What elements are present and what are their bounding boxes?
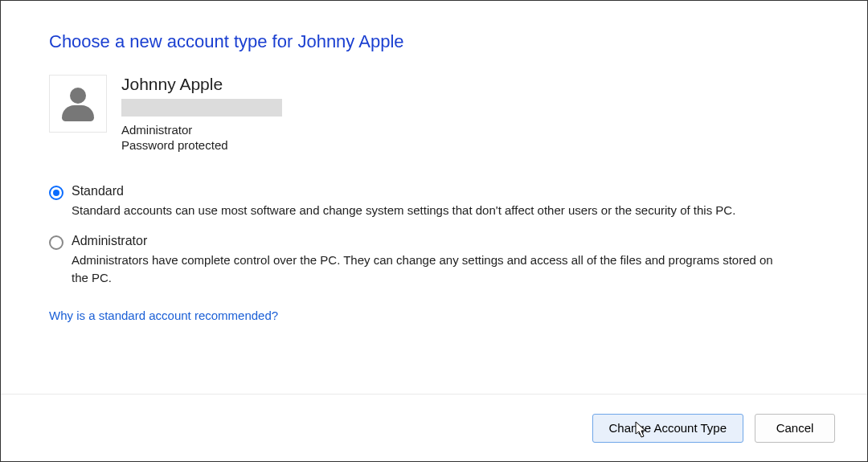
radio-administrator[interactable] [49, 235, 63, 250]
user-role: Administrator [121, 123, 282, 137]
option-standard-label: Standard [72, 184, 819, 198]
option-administrator-body: Administrator Administrators have comple… [72, 234, 819, 287]
option-administrator-label: Administrator [72, 234, 819, 248]
user-email-redacted [121, 99, 282, 117]
option-standard-desc: Standard accounts can use most software … [72, 202, 779, 219]
avatar [49, 75, 107, 133]
change-account-type-window: Choose a new account type for Johnny App… [0, 0, 868, 462]
change-account-type-button[interactable]: Change Account Type [592, 414, 744, 443]
user-info-block: Johnny Apple Administrator Password prot… [49, 75, 819, 152]
radio-standard[interactable] [49, 186, 63, 200]
cancel-button[interactable]: Cancel [755, 414, 835, 443]
option-standard[interactable]: Standard Standard accounts can use most … [49, 184, 819, 219]
dialog-footer: Change Account Type Cancel [1, 394, 867, 461]
user-password-status: Password protected [121, 138, 282, 152]
option-standard-body: Standard Standard accounts can use most … [72, 184, 819, 219]
user-icon [59, 84, 97, 123]
user-name: Johnny Apple [121, 75, 282, 94]
option-administrator-desc: Administrators have complete control ove… [72, 251, 779, 287]
option-administrator[interactable]: Administrator Administrators have comple… [49, 234, 819, 287]
content-area: Choose a new account type for Johnny App… [1, 1, 867, 322]
account-type-options: Standard Standard accounts can use most … [49, 184, 819, 286]
user-details: Johnny Apple Administrator Password prot… [121, 75, 282, 152]
page-title: Choose a new account type for Johnny App… [49, 31, 819, 52]
help-link[interactable]: Why is a standard account recommended? [49, 309, 278, 322]
